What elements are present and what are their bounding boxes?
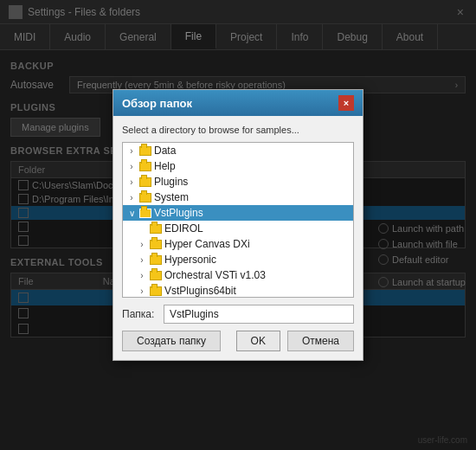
folder-icon-tree-3 <box>139 193 151 202</box>
tree-label-9: VstPlugins64bit <box>164 285 236 297</box>
browse-folder-modal: Обзор папок × Select a directory to brow… <box>113 89 363 361</box>
tree-label-7: Hypersonic <box>164 254 216 266</box>
tree-arrow-7: › <box>137 255 147 265</box>
folder-icon-tree-8 <box>150 271 162 280</box>
folder-icon-tree-7 <box>150 255 162 265</box>
tree-arrow-0: › <box>126 146 137 156</box>
tree-arrow-8: › <box>137 271 147 280</box>
tree-item-8[interactable]: › Orchestral VSTi v1.03 <box>123 267 353 283</box>
folder-icon-tree-0 <box>139 146 151 156</box>
folder-icon-tree-1 <box>139 162 151 171</box>
folder-icon-tree-6 <box>150 240 162 249</box>
folder-input-row: Папка: <box>122 305 354 324</box>
folder-input-label: Папка: <box>122 308 158 320</box>
modal-body: Select a directory to browse for samples… <box>113 116 363 360</box>
tree-item-9[interactable]: › VstPlugins64bit <box>123 283 353 298</box>
tree-item-1[interactable]: › Help <box>123 158 353 174</box>
folder-input[interactable] <box>164 305 354 324</box>
tree-item-2[interactable]: › Plugins <box>123 174 353 190</box>
tree-label-6: Hyper Canvas DXi <box>164 238 250 250</box>
ok-button[interactable]: OK <box>236 331 280 351</box>
tree-item-0[interactable]: › Data <box>123 143 353 158</box>
modal-close-button[interactable]: × <box>338 95 354 111</box>
folder-icon-tree-9 <box>150 286 162 296</box>
tree-item-6[interactable]: › Hyper Canvas DXi <box>123 236 353 252</box>
folder-icon-tree-5 <box>150 224 162 234</box>
tree-label-1: Help <box>154 160 176 172</box>
tree-item-5[interactable]: EDIROL <box>123 221 353 236</box>
tree-arrow-2: › <box>126 177 137 187</box>
tree-item-7[interactable]: › Hypersonic <box>123 252 353 267</box>
modal-overlay: Обзор папок × Select a directory to brow… <box>0 0 476 450</box>
modal-confirm-buttons: OK Отмена <box>236 331 354 351</box>
tree-arrow-9: › <box>137 286 147 296</box>
tree-label-8: Orchestral VSTi v1.03 <box>164 269 266 281</box>
create-folder-button[interactable]: Создать папку <box>122 331 221 351</box>
tree-arrow-4: ∨ <box>126 209 137 218</box>
tree-arrow-1: › <box>126 162 137 171</box>
tree-arrow-6: › <box>137 240 147 249</box>
folder-tree[interactable]: › Data › Help › Plugins › <box>122 142 354 298</box>
tree-label-3: System <box>154 191 189 203</box>
tree-arrow-3: › <box>126 193 137 202</box>
modal-title: Обзор папок <box>122 97 192 110</box>
cancel-button[interactable]: Отмена <box>287 331 354 351</box>
tree-label-2: Plugins <box>154 176 188 188</box>
tree-item-4[interactable]: ∨ VstPlugins <box>123 205 353 221</box>
tree-label-5: EDIROL <box>164 222 203 235</box>
tree-label-0: Data <box>154 145 176 157</box>
modal-title-bar: Обзор папок × <box>113 90 363 116</box>
tree-label-4: VstPlugins <box>154 207 203 219</box>
tree-item-3[interactable]: › System <box>123 190 353 205</box>
folder-icon-tree-4 <box>139 209 151 218</box>
folder-icon-tree-2 <box>139 177 151 187</box>
modal-buttons-row: Создать папку OK Отмена <box>122 331 354 351</box>
modal-instruction: Select a directory to browse for samples… <box>122 125 354 135</box>
